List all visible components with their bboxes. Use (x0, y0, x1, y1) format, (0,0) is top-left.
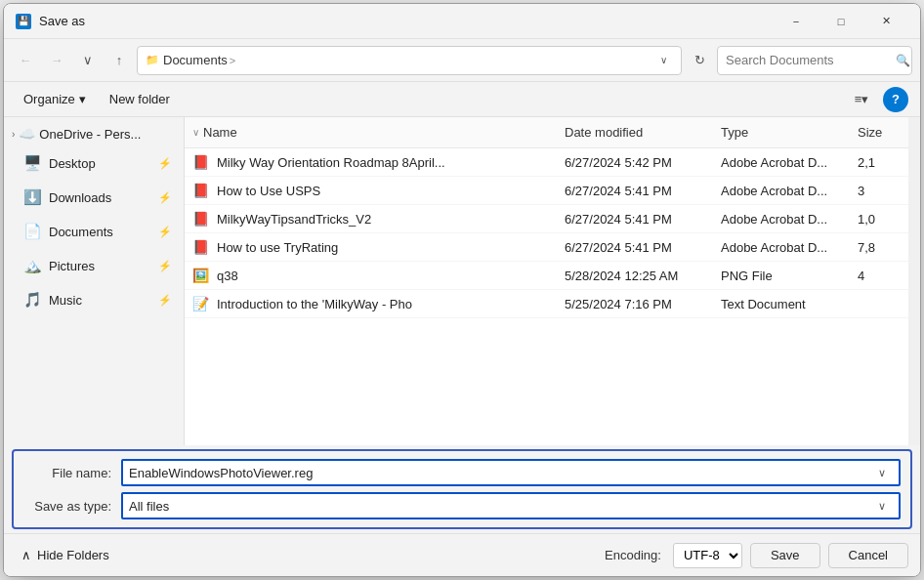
dialog-title: Save as (39, 14, 774, 28)
file-size-5 (850, 290, 908, 317)
table-row[interactable]: 📕 How to use TryRating 6/27/2024 5:41 PM… (185, 233, 908, 262)
file-type-0: Adobe Acrobat D... (713, 148, 850, 176)
filename-row: File name: ∨ (23, 459, 901, 486)
back-button[interactable]: ← (12, 47, 39, 74)
search-input[interactable] (726, 53, 890, 67)
collapse-arrow: ∨ (192, 127, 199, 138)
sidebar-item-downloads[interactable]: ⬇️ Downloads ⚡ (8, 181, 180, 214)
help-button[interactable]: ? (883, 87, 908, 112)
bottom-bar: ∧ Hide Folders Encoding: UTF-8 Save Canc… (4, 533, 920, 576)
new-folder-button[interactable]: New folder (102, 87, 178, 112)
filename-label: File name: (23, 466, 121, 480)
organize-arrow: ▾ (79, 92, 86, 106)
table-row[interactable]: 📕 Milky Way Orientation Roadmap 8April..… (185, 148, 908, 177)
documents-pin-icon: ⚡ (158, 226, 172, 238)
file-size-1: 3 (850, 177, 908, 204)
sidebar-item-documents[interactable]: 📄 Documents ⚡ (8, 215, 180, 248)
file-date-0: 6/27/2024 5:42 PM (557, 148, 713, 176)
title-bar: 💾 Save as − □ ✕ (4, 4, 920, 39)
table-row[interactable]: 🖼️ q38 5/28/2024 12:25 AM PNG File 4 (185, 262, 908, 290)
pictures-pin-icon: ⚡ (158, 260, 172, 272)
file-date-2: 6/27/2024 5:41 PM (557, 205, 713, 232)
savetype-row: Save as type: ∨ (23, 492, 901, 519)
file-size-3: 7,8 (850, 233, 908, 261)
file-date-1: 6/27/2024 5:41 PM (557, 177, 713, 204)
file-size-2: 1,0 (850, 205, 908, 232)
file-name-4: 🖼️ q38 (185, 262, 557, 289)
maximize-button[interactable]: □ (819, 4, 863, 39)
table-row[interactable]: 📕 How to Use USPS 6/27/2024 5:41 PM Adob… (185, 177, 908, 205)
cancel-button[interactable]: Cancel (828, 543, 908, 568)
png-icon: 🖼️ (192, 268, 209, 283)
file-date-5: 5/25/2024 7:16 PM (557, 290, 713, 317)
sidebar-item-label-downloads: Downloads (49, 190, 111, 205)
view-arrow: ▾ (861, 92, 868, 106)
desktop-pin-icon: ⚡ (158, 157, 172, 170)
encoding-label: Encoding: (605, 548, 661, 562)
encoding-select[interactable]: UTF-8 (673, 543, 742, 568)
sidebar-item-desktop[interactable]: 🖥️ Desktop ⚡ (8, 146, 180, 180)
refresh-button[interactable]: ↻ (686, 47, 713, 74)
sidebar-item-label-music: Music (49, 293, 82, 308)
col-date[interactable]: Date modified (557, 121, 713, 144)
file-type-3: Adobe Acrobat D... (713, 233, 850, 261)
onedrive-icon: ☁️ (19, 126, 35, 142)
view-button[interactable]: ≡ ▾ (848, 87, 875, 112)
sidebar-item-label-desktop: Desktop (49, 156, 96, 171)
sidebar: › ☁️ OneDrive - Pers... 🖥️ Desktop ⚡ ⬇️ … (4, 117, 185, 445)
col-name-label: Name (203, 125, 237, 140)
view-icon: ≡ (855, 92, 862, 106)
main-content: › ☁️ OneDrive - Pers... 🖥️ Desktop ⚡ ⬇️ … (4, 117, 920, 445)
file-name-3: 📕 How to use TryRating (185, 233, 557, 261)
col-type[interactable]: Type (713, 121, 850, 144)
savetype-dropdown-btn[interactable]: ∨ (871, 494, 893, 518)
file-name-1: 📕 How to Use USPS (185, 177, 557, 204)
save-button[interactable]: Save (750, 543, 820, 568)
breadcrumb-documents[interactable]: Documents (163, 53, 228, 67)
savetype-label: Save as type: (23, 499, 121, 514)
sidebar-item-label-pictures: Pictures (49, 259, 95, 273)
table-row[interactable]: 📝 Introduction to the 'MilkyWay - Pho 5/… (185, 290, 908, 318)
file-name-2: 📕 MilkyWayTipsandTricks_V2 (185, 205, 557, 232)
pdf-icon: 📕 (192, 239, 209, 255)
up-button[interactable]: ↑ (105, 47, 133, 74)
pictures-icon: 🏔️ (23, 257, 41, 274)
organize-button[interactable]: Organize ▾ (16, 87, 94, 112)
filename-input[interactable] (129, 466, 871, 480)
scrollbar[interactable] (908, 117, 920, 445)
file-size-4: 4 (850, 262, 908, 289)
forward-button[interactable]: → (43, 47, 70, 74)
file-size-0: 2,1 (850, 148, 908, 176)
file-list-header: ∨ Name Date modified Type Size (185, 117, 908, 148)
minimize-button[interactable]: − (774, 4, 819, 39)
file-name-5: 📝 Introduction to the 'MilkyWay - Pho (185, 290, 557, 317)
music-icon: 🎵 (23, 291, 41, 309)
sidebar-item-music[interactable]: 🎵 Music ⚡ (8, 283, 180, 316)
search-box: 🔍 (717, 46, 912, 75)
txt-icon: 📝 (192, 296, 209, 311)
secondary-toolbar: Organize ▾ New folder ≡ ▾ ? (4, 82, 920, 117)
title-bar-controls: − □ ✕ (774, 4, 908, 39)
savetype-input[interactable] (129, 499, 871, 514)
savetype-input-wrap: ∨ (121, 492, 901, 519)
filename-input-wrap: ∨ (121, 459, 901, 486)
address-bar[interactable]: 📁 Documents > ∨ (137, 46, 682, 75)
file-name-0: 📕 Milky Way Orientation Roadmap 8April..… (185, 148, 557, 176)
dropdown-button[interactable]: ∨ (74, 47, 102, 74)
col-name[interactable]: ∨ Name (185, 121, 557, 144)
onedrive-group[interactable]: › ☁️ OneDrive - Pers... (8, 122, 180, 145)
desktop-icon: 🖥️ (23, 154, 41, 172)
close-button[interactable]: ✕ (863, 4, 908, 39)
file-type-5: Text Document (713, 290, 850, 317)
hide-folders-button[interactable]: ∧ Hide Folders (16, 544, 115, 566)
table-row[interactable]: 📕 MilkyWayTipsandTricks_V2 6/27/2024 5:4… (185, 205, 908, 233)
sidebar-item-pictures[interactable]: 🏔️ Pictures ⚡ (8, 249, 180, 282)
sidebar-item-label-documents: Documents (49, 225, 113, 239)
organize-label: Organize (23, 92, 75, 106)
breadcrumb-separator: > (230, 55, 235, 66)
filename-dropdown-btn[interactable]: ∨ (871, 461, 893, 484)
col-size[interactable]: Size (850, 121, 908, 144)
pdf-icon: 📕 (192, 211, 209, 227)
address-toolbar: ← → ∨ ↑ 📁 Documents > ∨ ↻ 🔍 (4, 39, 920, 82)
address-dropdown-button[interactable]: ∨ (653, 51, 673, 70)
